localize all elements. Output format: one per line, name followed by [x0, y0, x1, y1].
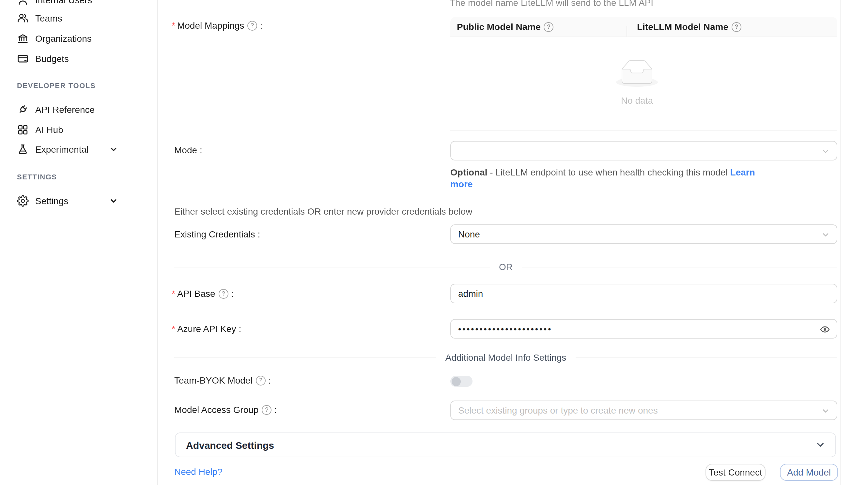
- select-placeholder: Select existing groups or type to create…: [458, 405, 658, 416]
- add-model-form: The model name LiteLLM will send to the …: [157, 0, 868, 485]
- content-right-border: [840, 0, 841, 485]
- required-mark: *: [172, 288, 175, 299]
- advanced-settings-panel[interactable]: Advanced Settings: [175, 432, 836, 457]
- model-access-group-label: Model Access Group ? :: [174, 405, 277, 415]
- mode-select[interactable]: [450, 141, 837, 160]
- table-bottom-border: [450, 130, 837, 131]
- table-empty-state: No data: [450, 60, 824, 106]
- add-model-button[interactable]: Add Model: [780, 464, 838, 481]
- model-mappings-label: * Model Mappings ? :: [172, 20, 262, 31]
- help-icon[interactable]: ?: [262, 405, 272, 415]
- eye-icon[interactable]: [820, 324, 830, 335]
- need-help-link[interactable]: Need Help?: [174, 466, 222, 477]
- masked-password-value: ••••••••••••••••••••••: [458, 324, 552, 334]
- column-public-model-name: Public Model Name ?: [450, 22, 626, 32]
- form-layer: The model name LiteLLM will send to the …: [0, 0, 868, 485]
- model-access-group-select[interactable]: Select existing groups or type to create…: [450, 400, 837, 420]
- api-base-input[interactable]: admin: [450, 284, 837, 303]
- team-byok-label: Team-BYOK Model ? :: [174, 375, 271, 386]
- additional-info-divider: Additional Model Info Settings: [174, 352, 837, 363]
- azure-api-key-input[interactable]: ••••••••••••••••••••••: [450, 319, 837, 338]
- model-mappings-table-header: Public Model Name ? LiteLLM Model Name ?: [450, 17, 837, 37]
- chevron-down-icon: [822, 148, 830, 155]
- chevron-down-icon: [822, 407, 830, 415]
- or-divider: OR: [174, 262, 837, 272]
- advanced-settings-title: Advanced Settings: [186, 439, 274, 450]
- test-connect-button[interactable]: Test Connect: [706, 464, 766, 481]
- help-icon[interactable]: ?: [544, 22, 554, 32]
- credentials-note: Either select existing credentials OR en…: [174, 206, 472, 217]
- column-litellm-model-name: LiteLLM Model Name ?: [626, 22, 837, 32]
- required-mark: *: [172, 20, 175, 31]
- azure-api-key-label: * Azure API Key :: [172, 324, 241, 334]
- mode-help-text: Optional - LiteLLM endpoint to use when …: [450, 166, 755, 190]
- add-model-page: Internal Users Teams Organizations Budge…: [0, 0, 868, 485]
- api-base-label: * API Base ? :: [172, 288, 233, 299]
- required-mark: *: [172, 324, 175, 334]
- mode-label: Mode :: [174, 145, 202, 155]
- existing-credentials-select[interactable]: None: [450, 224, 837, 244]
- help-icon[interactable]: ?: [219, 289, 228, 298]
- no-data-text: No data: [450, 95, 824, 106]
- chevron-down-icon: [822, 231, 830, 239]
- model-name-hint: The model name LiteLLM will send to the …: [450, 0, 653, 8]
- learn-more-link[interactable]: Learn: [730, 167, 755, 177]
- learn-more-link[interactable]: more: [450, 179, 472, 189]
- existing-credentials-label: Existing Credentials :: [174, 229, 260, 239]
- chevron-down-icon: [816, 440, 825, 449]
- empty-inbox-icon: [616, 60, 658, 87]
- team-byok-toggle[interactable]: [450, 376, 472, 387]
- help-icon[interactable]: ?: [247, 21, 257, 30]
- help-icon[interactable]: ?: [732, 22, 741, 32]
- help-icon[interactable]: ?: [256, 376, 266, 385]
- toggle-knob: [451, 377, 460, 386]
